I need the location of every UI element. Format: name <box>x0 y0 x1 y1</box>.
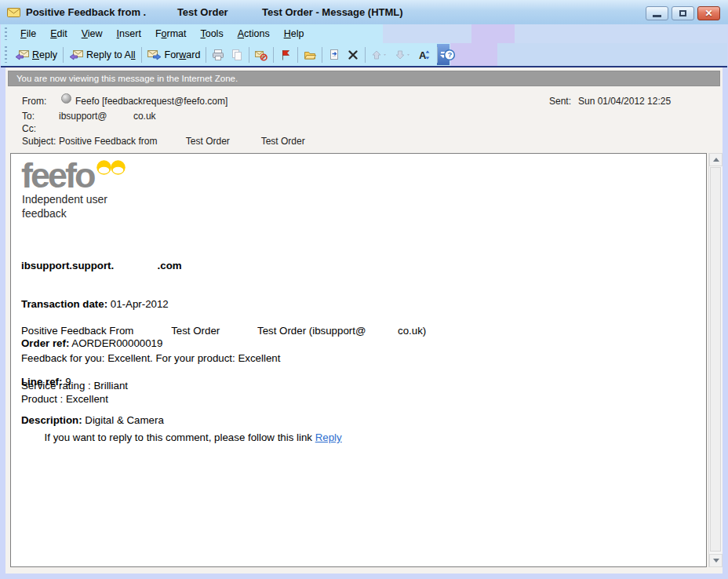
service-rating-line: Service rating : Brilliant <box>21 380 128 391</box>
text-size-icon: A <box>418 49 431 61</box>
scroll-down-icon <box>713 559 719 563</box>
sent-value: Sun 01/04/2012 12:25 <box>578 96 671 107</box>
restore-icon <box>679 10 686 16</box>
print-button[interactable] <box>209 47 228 63</box>
toolbar-separator <box>437 47 438 63</box>
menu-bar: File Edit View Insert Format Tools Actio… <box>1 24 727 43</box>
toolbar-drag-handle[interactable] <box>5 46 7 63</box>
toolbar-separator <box>63 47 64 63</box>
subject-label: Subject: <box>22 136 56 147</box>
minimize-icon <box>653 15 661 17</box>
reply-all-icon <box>69 49 83 61</box>
envelope-icon <box>7 6 20 18</box>
scrollbar-thumb[interactable] <box>710 167 721 552</box>
to-label: To: <box>22 111 35 122</box>
junk-email-icon <box>255 49 268 61</box>
svg-text:A: A <box>419 49 427 61</box>
next-item-button[interactable] <box>391 47 415 63</box>
product-rating-line: Product : Excellent <box>21 393 108 405</box>
to-value: ibsupport@ co.uk <box>59 111 156 122</box>
menu-tools[interactable]: Tools <box>193 26 230 42</box>
sent-label: Sent: <box>549 96 571 107</box>
toolbar-separator <box>322 47 322 63</box>
previous-item-button[interactable] <box>368 47 391 63</box>
help-button[interactable]: ? <box>440 47 459 63</box>
toolbar-separator <box>206 47 206 63</box>
toolbar-separator <box>297 47 298 63</box>
reply-button[interactable]: Reply <box>12 47 60 63</box>
reply-to-all-button[interactable]: Reply to All <box>66 47 139 63</box>
menu-help[interactable]: Help <box>277 26 311 42</box>
from-value: Feefo [feedbackrequest@feefo.com] <box>75 96 228 107</box>
background-patch <box>497 43 727 66</box>
reply-link[interactable]: Reply <box>315 432 342 443</box>
toolbar-separator <box>249 47 249 63</box>
print-icon <box>212 49 224 61</box>
menu-drag-handle[interactable] <box>5 27 7 40</box>
create-rule-button[interactable] <box>325 47 344 63</box>
toolbar-separator <box>365 47 366 63</box>
menu-view[interactable]: View <box>75 26 110 42</box>
subject-value: Positive Feedback from Test Order Test O… <box>59 136 305 147</box>
rule-icon <box>328 49 340 61</box>
feedback-summary-line: Feedback for you: Excellent. For your pr… <box>21 352 280 364</box>
reply-icon <box>15 49 29 61</box>
vertical-scrollbar[interactable] <box>708 153 722 567</box>
reply-prompt-text: If you want to reply to this comment, pl… <box>45 432 315 443</box>
scroll-up-icon <box>713 158 719 162</box>
restore-button[interactable] <box>672 6 694 20</box>
infobar-text: You are now viewing this message in the … <box>16 74 238 83</box>
message-window: Positive Feedback from . Test Order Test… <box>0 0 728 579</box>
svg-text:?: ? <box>448 50 453 59</box>
menu-format[interactable]: Format <box>148 26 194 42</box>
feefo-eyes-icon <box>96 160 126 176</box>
window-title: Positive Feedback from . Test Order Test… <box>26 6 403 18</box>
title-bar[interactable]: Positive Feedback from . Test Order Test… <box>0 0 728 24</box>
flag-button[interactable] <box>276 47 295 63</box>
scroll-up-button[interactable] <box>709 153 723 166</box>
client-area: You are now viewing this message in the … <box>5 67 723 574</box>
detail-line: Order ref: AORDER00000019 <box>21 336 182 351</box>
order-details: ibsupport.support. .com Transaction date… <box>21 235 182 451</box>
internet-zone-infobar: You are now viewing this message in the … <box>8 71 720 86</box>
background-patch <box>471 24 515 43</box>
from-label: From: <box>22 96 46 107</box>
menu-actions[interactable]: Actions <box>231 26 277 42</box>
previous-item-icon <box>371 49 388 61</box>
copy-button[interactable] <box>228 47 246 63</box>
help-icon: ? <box>443 49 456 61</box>
close-icon: ✕ <box>704 9 712 18</box>
feefo-tagline-line1: Independent user <box>22 193 107 206</box>
junk-email-button[interactable] <box>252 47 271 63</box>
delete-button[interactable] <box>344 47 362 63</box>
cc-label: Cc: <box>22 123 36 134</box>
move-to-folder-button[interactable] <box>300 47 319 63</box>
detail-line: ibsupport.support. .com <box>21 258 182 273</box>
toolbar-separator <box>141 47 142 63</box>
detail-line: Transaction date: 01-Apr-2012 <box>21 297 182 311</box>
presence-icon <box>61 93 71 104</box>
next-item-icon <box>395 49 412 61</box>
feefo-tagline-line2: feedback <box>22 207 67 220</box>
feefo-logo: feefo <box>21 158 126 193</box>
feedback-header-line: Positive Feedback From Test Order Test O… <box>21 325 426 337</box>
close-button[interactable]: ✕ <box>697 6 720 20</box>
toolbar: Reply Reply to All Forward <box>1 43 727 66</box>
delete-icon <box>347 49 359 61</box>
message-body[interactable]: feefo Independent user feedback ibsuppor… <box>10 153 707 567</box>
scroll-down-button[interactable] <box>709 554 723 567</box>
forward-button[interactable]: Forward <box>144 47 204 63</box>
text-size-button[interactable]: A <box>415 47 435 63</box>
flag-icon <box>279 49 292 61</box>
folder-icon <box>304 49 316 61</box>
menu-insert[interactable]: Insert <box>110 26 148 42</box>
copy-icon <box>231 49 243 61</box>
minimize-button[interactable] <box>646 6 668 20</box>
menu-file[interactable]: File <box>13 26 43 42</box>
background-patch <box>383 24 727 43</box>
menu-edit[interactable]: Edit <box>43 26 75 42</box>
toolbar-separator <box>273 47 274 63</box>
feefo-logo-text: feefo <box>21 158 94 193</box>
reply-prompt-line: If you want to reply to this comment, pl… <box>21 420 342 455</box>
forward-icon <box>147 49 162 61</box>
